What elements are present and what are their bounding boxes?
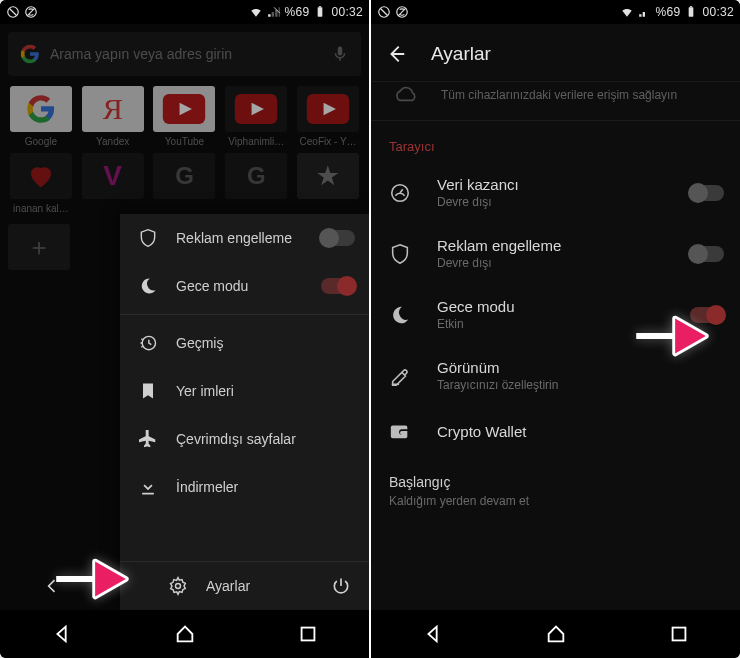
battery-icon <box>313 5 327 19</box>
settings-body: Tüm cihazlarınızdaki verilere erişim sağ… <box>371 80 740 610</box>
nav-recent-button[interactable] <box>292 618 324 650</box>
menu-label: Çevrimdışı sayfalar <box>176 431 296 447</box>
settings-title: Ayarlar <box>431 43 491 65</box>
history-icon <box>138 333 158 353</box>
sync-subtitle: Tüm cihazlarınızdaki verilere erişim sağ… <box>441 88 677 102</box>
power-icon[interactable] <box>331 576 351 596</box>
phone-left: %69 00:32 Google Я <box>0 0 369 658</box>
row-sub: Devre dışı <box>437 195 519 209</box>
nav-back-button[interactable] <box>46 618 78 650</box>
cloud-sync-icon <box>393 86 419 104</box>
menu-label: Yer imleri <box>176 383 234 399</box>
paint-icon <box>389 365 411 387</box>
svg-rect-18 <box>690 6 692 7</box>
android-navbar <box>0 610 369 658</box>
wallet-icon <box>389 420 411 442</box>
svg-rect-20 <box>672 628 685 641</box>
section-browser-label: Tarayıcı <box>371 121 740 162</box>
nav-home-button[interactable] <box>540 618 572 650</box>
row-title: Gece modu <box>437 298 515 315</box>
bookmark-icon <box>138 381 158 401</box>
wifi-icon <box>249 5 263 19</box>
row-crypto-wallet[interactable]: Crypto Wallet <box>371 406 740 456</box>
status-bar: %69 00:32 <box>0 0 369 24</box>
signal-icon <box>267 5 281 19</box>
do-not-disturb-icon <box>377 5 391 19</box>
status-bar: %69 00:32 <box>371 0 740 24</box>
shield-icon <box>389 243 411 265</box>
nav-home-button[interactable] <box>169 618 201 650</box>
moon-icon <box>389 304 411 326</box>
menu-night-mode[interactable]: Gece modu <box>120 262 369 310</box>
battery-pct: %69 <box>285 5 310 19</box>
row-sub: Tarayıcınızı özelleştirin <box>437 378 558 392</box>
back-arrow-icon[interactable] <box>42 576 62 596</box>
toggle-data-savings[interactable] <box>690 185 724 201</box>
startup-title: Başlangıç <box>389 474 722 490</box>
svg-line-14 <box>381 9 388 16</box>
svg-rect-5 <box>318 7 323 16</box>
row-data-savings[interactable]: Veri kazancı Devre dışı <box>371 162 740 223</box>
row-sub: Etkin <box>437 317 515 331</box>
no-data-icon <box>24 5 38 19</box>
row-title: Veri kazancı <box>437 176 519 193</box>
toggle-adblock[interactable] <box>321 230 355 246</box>
menu-ad-block[interactable]: Reklam engelleme <box>120 214 369 262</box>
svg-rect-12 <box>301 628 314 641</box>
shield-icon <box>138 228 158 248</box>
sync-row[interactable]: Tüm cihazlarınızdaki verilere erişim sağ… <box>371 80 740 121</box>
gauge-icon <box>389 182 411 204</box>
battery-icon <box>684 5 698 19</box>
menu-label: İndirmeler <box>176 479 238 495</box>
menu-label: Reklam engelleme <box>176 230 292 246</box>
nav-recent-button[interactable] <box>663 618 695 650</box>
startup-block[interactable]: Başlangıç Kaldığım yerden devam et <box>371 456 740 508</box>
clock: 00:32 <box>702 5 734 19</box>
row-title: Görünüm <box>437 359 558 376</box>
toggle-nightmode[interactable] <box>690 307 724 323</box>
row-ad-block[interactable]: Reklam engelleme Devre dışı <box>371 223 740 284</box>
do-not-disturb-icon <box>6 5 20 19</box>
download-icon <box>138 477 158 497</box>
row-sub: Devre dışı <box>437 256 561 270</box>
back-arrow-icon[interactable] <box>385 43 407 65</box>
row-title: Crypto Wallet <box>437 423 526 440</box>
phone-right: %69 00:32 Ayarlar Tüm cihazlarınızdaki v… <box>371 0 740 658</box>
menu-history[interactable]: Geçmiş <box>120 319 369 367</box>
svg-rect-17 <box>689 7 694 16</box>
two-phone-container: %69 00:32 Google Я <box>0 0 740 658</box>
gear-icon[interactable] <box>168 576 188 596</box>
airplane-icon <box>138 429 158 449</box>
startup-sub: Kaldığım yerden devam et <box>389 494 722 508</box>
android-navbar <box>371 610 740 658</box>
menu-footer: Ayarlar <box>120 561 369 610</box>
menu-settings-label[interactable]: Ayarlar <box>206 578 313 594</box>
menu-offline[interactable]: Çevrimdışı sayfalar <box>120 415 369 463</box>
svg-rect-6 <box>319 6 321 7</box>
clock: 00:32 <box>331 5 363 19</box>
svg-line-1 <box>10 9 17 16</box>
signal-icon <box>638 5 652 19</box>
row-appearance[interactable]: Görünüm Tarayıcınızı özelleştirin <box>371 345 740 406</box>
row-title: Reklam engelleme <box>437 237 561 254</box>
wifi-icon <box>620 5 634 19</box>
menu-bookmarks[interactable]: Yer imleri <box>120 367 369 415</box>
menu-divider <box>120 314 369 315</box>
row-night-mode[interactable]: Gece modu Etkin <box>371 284 740 345</box>
moon-icon <box>138 276 158 296</box>
toggle-adblock[interactable] <box>690 246 724 262</box>
menu-downloads[interactable]: İndirmeler <box>120 463 369 511</box>
toggle-nightmode[interactable] <box>321 278 355 294</box>
menu-label: Gece modu <box>176 278 248 294</box>
opera-menu-panel: Reklam engelleme Gece modu Geçmiş <box>120 214 369 610</box>
menu-label: Geçmiş <box>176 335 223 351</box>
svg-point-11 <box>176 584 181 589</box>
no-data-icon <box>395 5 409 19</box>
settings-header: Ayarlar <box>371 26 740 82</box>
battery-pct: %69 <box>656 5 681 19</box>
nav-back-button[interactable] <box>417 618 449 650</box>
